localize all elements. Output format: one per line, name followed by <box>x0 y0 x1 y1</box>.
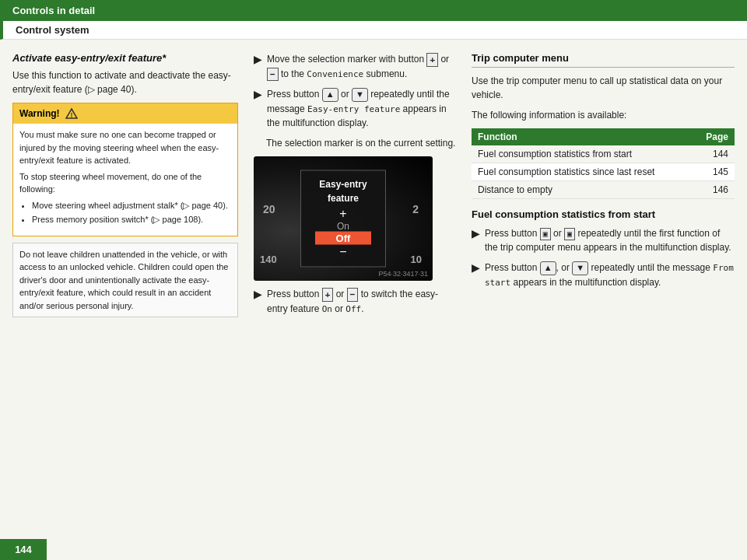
table-cell-function-0: Fuel consumption statistics from start <box>472 145 694 163</box>
down-button-icon: ▼ <box>352 88 368 101</box>
table-header-page: Page <box>694 128 735 145</box>
warning-bullet-list: Move steering wheel adjustment stalk* (▷… <box>19 199 231 226</box>
step1-text: Move the selection marker with button + … <box>267 52 456 81</box>
dash-off-label: Off <box>315 232 371 245</box>
sub-header-title: Control system <box>16 24 89 36</box>
table-cell-function-1: Fuel consumption statistics since last r… <box>472 163 694 181</box>
minus-button-icon: − <box>267 68 279 81</box>
current-setting-note: The selection marker is on the current s… <box>266 136 456 150</box>
fuel-arrow-icon-2: ▶ <box>472 260 480 289</box>
dashboard-image: 20 2 140 10 Easy-entry feature + On Off … <box>254 156 433 281</box>
left-section-title: Activate easy-entry/exit feature* <box>12 52 238 64</box>
warning-text-1: You must make sure no one can become tra… <box>19 128 231 167</box>
svg-text:!: ! <box>70 111 72 119</box>
page-number: 144 <box>15 544 32 555</box>
table-cell-function-2: Distance to empty <box>472 181 694 199</box>
right-column: Trip computer menu Use the trip computer… <box>472 52 735 522</box>
arrow-icon-4: ▶ <box>254 286 262 316</box>
easy-entry-label: Easy-entry feature <box>307 104 400 114</box>
bullet-item-1: Move steering wheel adjustment stalk* (▷… <box>32 199 231 212</box>
mid-column: ▶ Move the selection marker with button … <box>254 52 456 522</box>
step4-plus-icon: + <box>322 288 334 301</box>
dash-image-ref: P54·32·3417·31 <box>378 270 428 278</box>
bullet-item-2: Press memory position switch* (▷ page 10… <box>32 213 231 226</box>
header-bar: Controls in detail <box>0 0 747 21</box>
dash-title-line1: Easy-entry <box>315 179 371 190</box>
table-cell-page-2: 146 <box>694 181 735 199</box>
fuel-step2-text: Press button ▲, or ▼ repeatedly until th… <box>485 261 735 289</box>
fuel-step1-text: Press button ▣ or ▣ repeatedly until the… <box>485 226 735 254</box>
step-2: ▶ Press button ▲ or ▼ repeatedly until t… <box>254 87 456 130</box>
warning-label: Warning! <box>19 108 60 119</box>
notice-box: Do not leave children unattended in the … <box>12 243 238 318</box>
fuel-up-btn: ▲ <box>540 261 556 275</box>
fuel-menu-btn-2: ▣ <box>564 228 575 240</box>
sub-header: Control system <box>0 21 747 40</box>
arrow-icon-1: ▶ <box>254 51 262 81</box>
notice-text: Do not leave children unattended in the … <box>19 250 228 310</box>
on-label: On <box>322 304 332 314</box>
plus-button-icon: + <box>426 53 438 66</box>
warning-body: You must make sure no one can become tra… <box>13 124 237 236</box>
trip-computer-title: Trip computer menu <box>472 52 735 68</box>
table-cell-page-1: 145 <box>694 163 735 181</box>
convenience-label: Convenience <box>307 69 363 79</box>
step2-text: Press button ▲ or ▼ repeatedly until the… <box>267 87 456 130</box>
step-4: ▶ Press button + or − to switch the easy… <box>254 287 456 316</box>
off-label: Off <box>345 304 361 314</box>
table-cell-page-0: 144 <box>694 145 735 163</box>
step4-minus-icon: − <box>347 288 359 301</box>
function-table: Function Page Fuel consumption statistic… <box>472 128 735 199</box>
fuel-down-btn: ▼ <box>572 261 588 275</box>
fuel-step-1: ▶ Press button ▣ or ▣ repeatedly until t… <box>472 226 735 254</box>
fuel-arrow-icon-1: ▶ <box>472 226 480 254</box>
arrow-icon-2: ▶ <box>254 86 262 130</box>
step-1: ▶ Move the selection marker with button … <box>254 52 456 81</box>
dash-overlay: Easy-entry feature + On Off − <box>300 170 386 268</box>
warning-text-2: To stop steering wheel movement, do one … <box>19 170 231 196</box>
table-header-function: Function <box>472 128 694 145</box>
trip-available: The following information is available: <box>472 108 735 122</box>
fuel-menu-btn-1: ▣ <box>540 228 551 240</box>
left-column: Activate easy-entry/exit feature* Use th… <box>12 52 238 522</box>
dash-plus-symbol: + <box>315 207 371 221</box>
intro-text: Use this function to activate and deacti… <box>12 68 238 96</box>
page-footer: 144 <box>0 539 47 560</box>
header-title: Controls in detail <box>12 5 95 16</box>
dash-on-label: On <box>315 221 371 232</box>
warning-box: Warning! ! You must make sure no one can… <box>12 103 238 236</box>
fuel-section-title: Fuel consumption statistics from start <box>472 208 735 220</box>
warning-triangle-icon: ! <box>65 107 79 121</box>
dash-minus-symbol: − <box>315 245 371 259</box>
trip-intro: Use the trip computer menu to call up st… <box>472 74 735 102</box>
step4-text: Press button + or − to switch the easy-e… <box>267 287 456 316</box>
warning-header: Warning! ! <box>13 103 237 124</box>
up-button-icon: ▲ <box>322 88 338 101</box>
fuel-step-2: ▶ Press button ▲, or ▼ repeatedly until … <box>472 261 735 289</box>
dash-title-line2: feature <box>315 193 371 204</box>
